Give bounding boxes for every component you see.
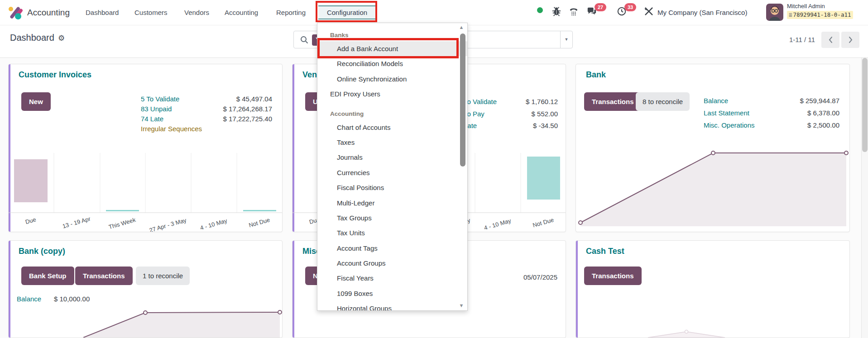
bank-transactions-button[interactable]: Transactions bbox=[75, 267, 133, 285]
card-bank: Bank Transactions 8 to reconcile Balance… bbox=[575, 64, 850, 232]
company-switcher[interactable]: My Company (San Francisco) bbox=[657, 0, 747, 25]
journal-title[interactable]: Cash Test bbox=[586, 247, 624, 256]
menu-item-reconciliation-models[interactable]: Reconciliation Models bbox=[317, 56, 467, 71]
svg-text:Not Due: Not Due bbox=[532, 216, 555, 229]
menu-item-fiscal-years[interactable]: Fiscal Years bbox=[317, 271, 467, 286]
stat-to-validate: 5 To Validate $ 45,497.04 bbox=[141, 95, 272, 103]
user-menu[interactable]: Mitchell Admin ≣78929941-18-0-a11 bbox=[787, 3, 853, 19]
journal-title[interactable]: Bank bbox=[586, 70, 606, 80]
customer-invoices-chart: Due 13 - 19 Apr This Week 27 Apr - 3 May… bbox=[9, 149, 283, 232]
pager-previous-button[interactable] bbox=[821, 32, 839, 48]
svg-text:This Week: This Week bbox=[108, 216, 136, 230]
database-badge: ≣78929941-18-0-a11 bbox=[787, 11, 853, 19]
menu-item-account-groups[interactable]: Account Groups bbox=[317, 256, 467, 271]
menu-item-tax-units[interactable]: Tax Units bbox=[317, 225, 467, 240]
page-scrollbar-thumb[interactable] bbox=[862, 58, 868, 152]
menu-item-fiscal-positions[interactable]: Fiscal Positions bbox=[317, 180, 467, 195]
status-online-icon bbox=[537, 7, 543, 13]
menu-section-banks: Banks bbox=[317, 29, 467, 41]
svg-text:4 - 10 May: 4 - 10 May bbox=[483, 217, 512, 231]
nav-item-customers[interactable]: Customers bbox=[134, 0, 168, 25]
svg-text:Not Due: Not Due bbox=[248, 216, 271, 229]
last-entry-date: 05/07/2025 bbox=[523, 273, 557, 281]
card-customer-invoices: Customer Invoices New 5 To Validate $ 45… bbox=[8, 64, 283, 232]
menu-item-tax-groups[interactable]: Tax Groups bbox=[317, 210, 467, 225]
nav-item-configuration[interactable]: Configuration bbox=[318, 5, 376, 19]
dropdown-scrollbar-thumb[interactable] bbox=[460, 33, 465, 167]
menu-item-add-bank-account[interactable]: Add a Bank Account bbox=[317, 41, 467, 56]
nav-item-accounting[interactable]: Accounting bbox=[225, 0, 258, 25]
svg-text:Due: Due bbox=[24, 216, 37, 225]
phone-icon[interactable] bbox=[569, 6, 579, 16]
menu-item-chart-of-accounts[interactable]: Chart of Accounts bbox=[317, 120, 467, 135]
stat-to-pay: To Pay $ 552.00 bbox=[464, 110, 558, 118]
tools-icon[interactable] bbox=[644, 6, 654, 16]
card-bank-copy: Bank (copy) Bank Setup Transactions 1 to… bbox=[8, 240, 283, 338]
menu-item-horizontal-groups[interactable]: Horizontal Groups bbox=[317, 301, 467, 311]
pager-range: 1-11 / 11 bbox=[743, 31, 815, 48]
nav-item-vendors[interactable]: Vendors bbox=[184, 0, 209, 25]
bank-chart bbox=[576, 146, 850, 232]
app-title: Accounting bbox=[27, 0, 70, 25]
menu-item-online-synchronization[interactable]: Online Synchronization bbox=[317, 71, 467, 86]
stat-balance: Balance $ 10,000.00 bbox=[17, 295, 134, 303]
database-icon: ≣ bbox=[789, 11, 792, 18]
svg-text:4 - 10 May: 4 - 10 May bbox=[199, 217, 228, 231]
stat-balance: Balance $ 259,944.87 bbox=[704, 97, 839, 105]
scroll-down-icon[interactable]: ▼ bbox=[458, 303, 465, 308]
user-name: Mitchell Admin bbox=[787, 3, 853, 10]
scroll-up-icon[interactable]: ▲ bbox=[458, 24, 465, 30]
bug-icon[interactable] bbox=[551, 6, 561, 16]
bank-transactions-button[interactable]: Transactions bbox=[584, 92, 642, 111]
page-title: Dashboard bbox=[10, 33, 54, 43]
app-logo-icon bbox=[7, 5, 23, 20]
stat-misc-operations: Misc. Operations $ 2,500.00 bbox=[704, 121, 839, 129]
bank-reconcile-button[interactable]: 1 to reconcile bbox=[136, 267, 190, 285]
menu-item-account-tags[interactable]: Account Tags bbox=[317, 241, 467, 256]
nav-item-dashboard[interactable]: Dashboard bbox=[86, 0, 119, 25]
page-scrollbar[interactable] bbox=[861, 58, 868, 338]
bank-copy-chart bbox=[9, 303, 283, 338]
pager-next-button[interactable] bbox=[841, 32, 859, 48]
user-avatar[interactable] bbox=[766, 4, 783, 21]
bank-reconcile-button[interactable]: 8 to reconcile bbox=[636, 92, 690, 111]
cash-test-chart bbox=[576, 303, 850, 338]
journal-title[interactable]: Customer Invoices bbox=[19, 70, 91, 80]
menu-item-multi-ledger[interactable]: Multi-Ledger bbox=[317, 195, 467, 210]
top-nav: Accounting Dashboard Customers Vendors A… bbox=[0, 0, 868, 25]
configuration-dropdown-menu: Banks Add a Bank Account Reconciliation … bbox=[317, 23, 468, 311]
menu-item-journals[interactable]: Journals bbox=[317, 150, 467, 165]
stat-late: 74 Late $ 17,222,725.40 bbox=[141, 115, 272, 123]
menu-item-edi-proxy-users[interactable]: EDI Proxy Users bbox=[317, 86, 467, 101]
menu-section-accounting: Accounting bbox=[317, 108, 467, 120]
journal-title[interactable]: Bank (copy) bbox=[19, 247, 65, 256]
cash-transactions-button[interactable]: Transactions bbox=[584, 267, 642, 285]
stat-unpaid: 83 Unpaid $ 17,264,268.17 bbox=[141, 105, 272, 113]
stat-to-validate: To Validate $ 1,760.12 bbox=[464, 98, 558, 105]
card-cash-test: Cash Test Transactions bbox=[575, 240, 850, 338]
activities-count-badge: 33 bbox=[624, 3, 636, 11]
menu-item-1099-boxes[interactable]: 1099 Boxes bbox=[317, 286, 467, 301]
svg-text:13 - 19 Apr: 13 - 19 Apr bbox=[62, 215, 91, 230]
bank-setup-button[interactable]: Bank Setup bbox=[21, 267, 74, 285]
irregular-sequences-link[interactable]: Irregular Sequences bbox=[141, 125, 202, 133]
menu-item-currencies[interactable]: Currencies bbox=[317, 165, 467, 180]
stat-last-statement: Last Statement $ 6,378.00 bbox=[704, 109, 839, 117]
svg-text:27 Apr - 3 May: 27 Apr - 3 May bbox=[149, 217, 187, 232]
search-icon bbox=[300, 36, 308, 44]
new-invoice-button[interactable]: New bbox=[21, 92, 51, 111]
nav-item-reporting[interactable]: Reporting bbox=[276, 0, 306, 25]
gear-icon[interactable]: ⚙ bbox=[58, 33, 65, 43]
messages-count-badge: 27 bbox=[595, 3, 606, 11]
menu-item-taxes[interactable]: Taxes bbox=[317, 135, 467, 150]
search-options-caret[interactable]: ▼ bbox=[560, 31, 572, 48]
stat-late: Late $ -34.50 bbox=[464, 122, 558, 129]
